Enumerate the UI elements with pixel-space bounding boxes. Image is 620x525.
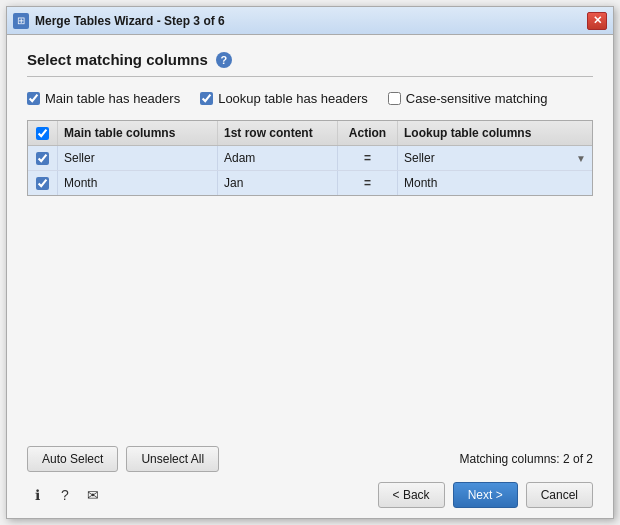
matching-count-text: Matching columns: 2 of 2: [460, 452, 593, 466]
col-header-check: [28, 121, 58, 145]
nav-row: ℹ ? ✉ < Back Next > Cancel: [27, 482, 593, 508]
col-header-row-content: 1st row content: [218, 121, 338, 145]
col-header-main: Main table columns: [58, 121, 218, 145]
row1-main-col: Seller: [58, 146, 218, 170]
checkboxes-row: Main table has headers Lookup table has …: [27, 91, 593, 106]
row2-row-content: Jan: [218, 171, 338, 195]
nav-buttons: < Back Next > Cancel: [378, 482, 593, 508]
row1-check-cell: [28, 146, 58, 170]
matching-table: Main table columns 1st row content Actio…: [27, 120, 593, 196]
lookup-table-headers-checkbox[interactable]: Lookup table has headers: [200, 91, 368, 106]
lookup-table-headers-label: Lookup table has headers: [218, 91, 368, 106]
title-bar-left: ⊞ Merge Tables Wizard - Step 3 of 6: [13, 13, 225, 29]
dropdown-arrow-icon: ▼: [576, 153, 586, 164]
divider: [27, 76, 593, 77]
next-button[interactable]: Next >: [453, 482, 518, 508]
table-body: Seller Adam = Seller ▼: [28, 146, 592, 195]
case-sensitive-input[interactable]: [388, 92, 401, 105]
question-icon[interactable]: ?: [55, 485, 75, 505]
email-icon[interactable]: ✉: [83, 485, 103, 505]
cancel-button[interactable]: Cancel: [526, 482, 593, 508]
row1-row-content: Adam: [218, 146, 338, 170]
title-bar: ⊞ Merge Tables Wizard - Step 3 of 6 ✕: [7, 7, 613, 35]
case-sensitive-checkbox[interactable]: Case-sensitive matching: [388, 91, 548, 106]
back-button[interactable]: < Back: [378, 482, 445, 508]
row1-checkbox[interactable]: [36, 152, 49, 165]
main-table-headers-input[interactable]: [27, 92, 40, 105]
table-header: Main table columns 1st row content Actio…: [28, 121, 592, 146]
row1-action: =: [338, 146, 398, 170]
table-row: Seller Adam = Seller ▼: [28, 146, 592, 171]
row1-lookup-col[interactable]: Seller ▼: [398, 146, 592, 170]
main-table-headers-label: Main table has headers: [45, 91, 180, 106]
row2-main-col: Month: [58, 171, 218, 195]
section-title-row: Select matching columns ?: [27, 51, 593, 68]
info-icon[interactable]: ℹ: [27, 485, 47, 505]
auto-select-button[interactable]: Auto Select: [27, 446, 118, 472]
row2-action: =: [338, 171, 398, 195]
action-buttons: Auto Select Unselect All: [27, 446, 219, 472]
lookup-table-headers-input[interactable]: [200, 92, 213, 105]
col-header-lookup: Lookup table columns: [398, 121, 592, 145]
app-icon: ⊞: [13, 13, 29, 29]
close-button[interactable]: ✕: [587, 12, 607, 30]
case-sensitive-label: Case-sensitive matching: [406, 91, 548, 106]
main-window: ⊞ Merge Tables Wizard - Step 3 of 6 ✕ Se…: [6, 6, 614, 519]
col-header-action: Action: [338, 121, 398, 145]
row2-lookup-col: Month: [398, 171, 592, 195]
content-area: Select matching columns ? Main table has…: [7, 35, 613, 518]
row1-lookup-dropdown[interactable]: Seller ▼: [404, 151, 586, 165]
action-row: Auto Select Unselect All Matching column…: [27, 446, 593, 472]
help-icon[interactable]: ?: [216, 52, 232, 68]
window-title: Merge Tables Wizard - Step 3 of 6: [35, 14, 225, 28]
bottom-section: Auto Select Unselect All Matching column…: [27, 436, 593, 508]
select-all-checkbox[interactable]: [36, 127, 49, 140]
nav-icons-group: ℹ ? ✉: [27, 485, 103, 505]
row2-check-cell: [28, 171, 58, 195]
section-title-text: Select matching columns: [27, 51, 208, 68]
row2-checkbox[interactable]: [36, 177, 49, 190]
table-row: Month Jan = Month: [28, 171, 592, 195]
main-table-headers-checkbox[interactable]: Main table has headers: [27, 91, 180, 106]
unselect-all-button[interactable]: Unselect All: [126, 446, 219, 472]
